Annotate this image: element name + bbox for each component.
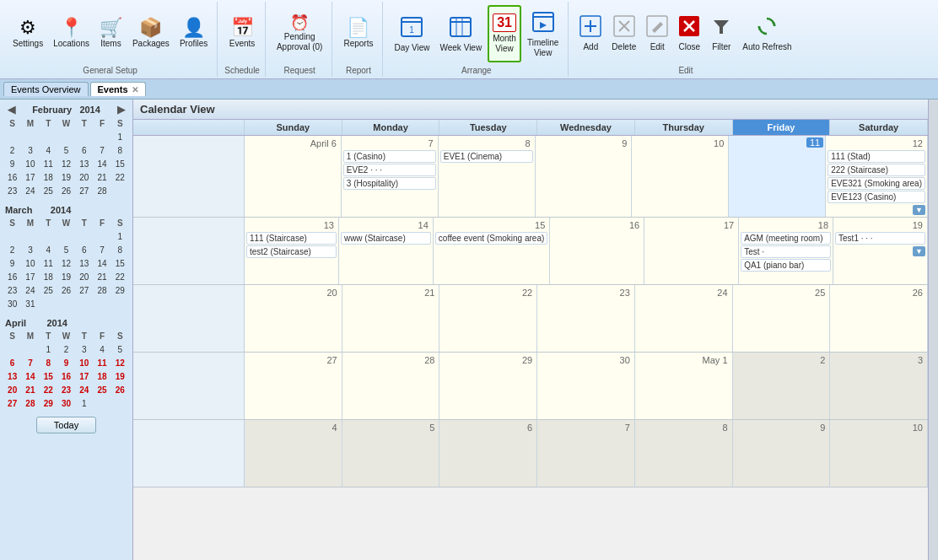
week-label-5 [133,420,245,487]
header-thursday: Thursday [635,120,733,135]
day-may-4[interactable]: 4 [245,420,342,487]
day-april-12[interactable]: 12 111 (Stad) 222 (Staircase) EVE321 (Sm… [826,136,928,217]
day-may-9[interactable]: 9 [733,420,831,487]
more-events-button[interactable]: ▼ [913,205,925,215]
day-num: 18 [741,219,831,231]
day-april-7[interactable]: 7 1 (Casino) EVE2 · · · 3 (Hospitality) [342,136,439,217]
day-may-7[interactable]: 7 [537,420,635,487]
day-april-20[interactable]: 20 [245,285,342,352]
day-april-21[interactable]: 21 [342,285,440,352]
day-april-23[interactable]: 23 [537,285,635,352]
add-icon [580,15,601,40]
event-item[interactable]: EVE321 (Smoking area) [827,177,925,190]
day-april-11[interactable]: 11 [729,136,826,217]
week-row-2: 13 111 (Staircase) test2 (Staircase) 14 … [133,218,928,285]
reports-icon: 📄 [347,19,369,37]
events-button[interactable]: 📅 Events [225,5,260,62]
add-button[interactable]: Add [575,5,606,62]
day-may-8[interactable]: 8 [635,420,733,487]
event-item[interactable]: 111 (Stad) [827,150,925,163]
packages-button[interactable]: 📦 Packages [128,5,174,62]
pending-approval-button[interactable]: ⏰ PendingApproval (0) [272,5,326,62]
delete-button[interactable]: Delete [607,5,640,62]
day-april-26[interactable]: 26 [830,285,928,352]
day-april-30[interactable]: 30 [537,353,635,419]
tab-events[interactable]: Events ✕ [90,82,146,96]
event-item[interactable]: EVE1 (Cinema) [440,150,533,163]
more-events-button-2[interactable]: ▼ [913,246,925,256]
day-april-14[interactable]: 14 www (Staircase) [339,218,434,284]
event-item[interactable]: AGM (meeting room) [741,232,831,245]
event-item[interactable]: QA1 (piano bar) [741,259,831,272]
day-april-9[interactable]: 9 [536,136,633,217]
day-view-button[interactable]: 1 Day View [390,5,434,62]
event-item[interactable]: test2 (Staircase) [246,245,337,258]
month-view-button[interactable]: 31 MonthView [488,5,521,62]
reports-button[interactable]: 📄 Reports [339,5,377,62]
day-num: April 6 [246,137,339,149]
week-row-1: April 6 7 1 (Casino) EVE2 · · · 3 (Hospi… [133,136,928,218]
mini-cal-march-title: March 2014 [5,205,71,215]
items-button[interactable]: 🛒 Items [95,5,127,62]
settings-button[interactable]: ⚙ Settings [8,5,47,62]
tab-events-close[interactable]: ✕ [132,85,138,94]
prev-month-btn[interactable]: ◀ [5,104,18,116]
next-month-btn[interactable]: ▶ [115,104,127,116]
day-may-3[interactable]: 3 [830,353,928,419]
day-num: 14 [341,219,431,231]
day-april-16[interactable]: 16 [550,218,644,284]
scrollbar[interactable] [928,100,938,560]
day-april-29[interactable]: 29 [439,353,537,419]
day-april-25[interactable]: 25 [733,285,831,352]
day-april-15[interactable]: 15 coffee event (Smoking area) [434,218,550,284]
report-label: Report [346,64,371,75]
locations-button[interactable]: 📍 Locations [49,5,94,62]
event-item[interactable]: EVE123 (Casino) [827,191,925,203]
day-may-2[interactable]: 2 [733,353,831,419]
day-num-today: 11 [806,137,823,148]
event-item[interactable]: coffee event (Smoking area) [435,232,547,245]
day-april-17[interactable]: 17 [644,218,739,284]
day-april-6[interactable]: April 6 [245,136,342,217]
week-view-button[interactable]: Week View [435,5,486,62]
event-item[interactable]: 222 (Staircase) [827,164,925,176]
edit-button[interactable]: Edit [642,5,672,62]
profiles-button[interactable]: 👤 Profiles [175,5,212,62]
timeline-view-button[interactable]: TimelineView [523,5,563,62]
day-april-8[interactable]: 8 EVE1 (Cinema) [439,136,536,217]
week-label-3 [133,285,245,352]
day-view-label: Day View [394,43,429,53]
settings-label: Settings [13,39,43,49]
day-april-19[interactable]: 19 Test1 · · · ▼ [833,218,928,284]
day-may-10[interactable]: 10 [830,420,928,487]
auto-refresh-button[interactable]: Auto Refresh [738,5,795,62]
day-april-24[interactable]: 24 [635,285,733,352]
event-item[interactable]: 3 (Hospitality) [343,177,436,190]
event-item[interactable]: Test · [741,245,831,258]
filter-button[interactable]: Filter [706,5,736,62]
general-setup-label: General Setup [83,64,137,75]
day-may-5[interactable]: 5 [342,420,440,487]
event-item[interactable]: EVE2 · · · [343,164,436,176]
day-may-6[interactable]: 6 [439,420,537,487]
mini-cal-april: April 2014 SMTWTFS 12345 6789101112 1314… [3,317,129,410]
close-button[interactable]: Close [674,5,704,62]
day-num: 10 [633,137,726,149]
svg-text:1: 1 [410,25,415,35]
day-april-28[interactable]: 28 [342,353,440,419]
pending-label: PendingApproval (0) [277,32,322,52]
event-item[interactable]: 1 (Casino) [343,150,436,163]
today-button[interactable]: Today [36,417,96,433]
day-april-10[interactable]: 10 [632,136,729,217]
day-num: 15 [435,219,547,231]
day-april-22[interactable]: 22 [439,285,537,352]
event-item[interactable]: www (Staircase) [341,232,431,245]
timeline-view-label: TimelineView [527,38,558,58]
day-may-1[interactable]: May 1 [635,353,733,419]
day-april-27[interactable]: 27 [245,353,342,419]
day-april-13[interactable]: 13 111 (Staircase) test2 (Staircase) [245,218,339,284]
day-april-18[interactable]: 18 AGM (meeting room) Test · QA1 (piano … [739,218,833,284]
event-item[interactable]: Test1 · · · [835,232,925,245]
tab-events-overview[interactable]: Events Overview [3,82,89,96]
event-item[interactable]: 111 (Staircase) [246,232,337,245]
